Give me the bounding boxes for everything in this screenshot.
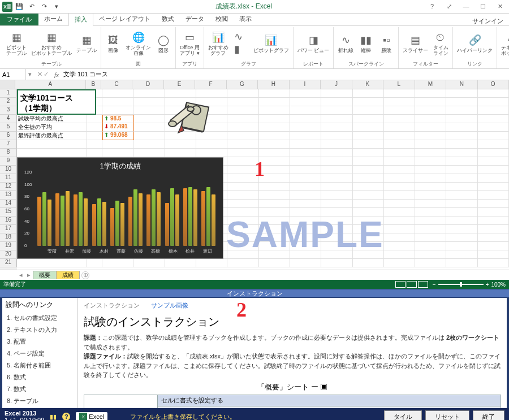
cell-O19[interactable]	[478, 242, 509, 250]
cell-K21[interactable]	[353, 259, 384, 267]
undo-icon[interactable]: ↶	[26, 1, 37, 12]
cell-G13[interactable]	[227, 191, 258, 200]
cell-B4[interactable]	[87, 115, 102, 123]
cell-O17[interactable]	[478, 225, 509, 233]
tab-挿入[interactable]: 挿入	[68, 13, 93, 26]
cell-K6[interactable]	[353, 132, 384, 140]
cell-L16[interactable]	[384, 217, 415, 225]
cell-M5[interactable]	[415, 123, 446, 132]
cell-L3[interactable]	[384, 106, 415, 115]
zoom-level[interactable]: 100%	[491, 282, 506, 288]
cell-E7[interactable]	[165, 140, 196, 149]
cell-O1[interactable]	[478, 89, 509, 98]
cell-O18[interactable]	[478, 233, 509, 242]
exit-button[interactable]: 終了	[473, 410, 504, 421]
cell-K11[interactable]	[353, 174, 384, 183]
cell-F21[interactable]	[196, 259, 227, 267]
col-header-M[interactable]: M	[415, 80, 446, 89]
row-header-10[interactable]: 10	[0, 166, 17, 174]
col-header-I[interactable]: I	[290, 80, 321, 89]
cell-I12[interactable]	[290, 183, 321, 191]
cell-H1[interactable]	[259, 89, 290, 98]
title-cell[interactable]: 文学101コース （1学期）	[17, 89, 96, 115]
cell-A5[interactable]: 全生徒の平均	[17, 123, 87, 132]
cell-M2[interactable]	[415, 98, 446, 106]
page-layout-view-icon[interactable]	[407, 281, 417, 288]
cell-L13[interactable]	[384, 191, 415, 200]
row-header-4[interactable]: 4	[0, 115, 17, 123]
cell-H6[interactable]	[259, 132, 290, 140]
cell-L17[interactable]	[384, 225, 415, 233]
zoom-out-icon[interactable]: −	[433, 282, 436, 288]
cell-F8[interactable]	[196, 149, 227, 157]
cell-A21[interactable]	[17, 259, 87, 267]
cell-O2[interactable]	[478, 98, 509, 106]
cell-N18[interactable]	[446, 233, 477, 242]
zoom-in-icon[interactable]: +	[486, 282, 489, 288]
cell-I5[interactable]	[290, 123, 321, 132]
cell-B21[interactable]	[87, 259, 102, 267]
cell-O15[interactable]	[478, 208, 509, 217]
cell-M1[interactable]	[415, 89, 446, 98]
info-icon[interactable]: ?	[62, 413, 70, 420]
tab-校閲[interactable]: 校閲	[210, 13, 234, 25]
cell-L14[interactable]	[384, 200, 415, 208]
cell-M18[interactable]	[415, 233, 446, 242]
cell-O10[interactable]	[478, 166, 509, 174]
cell-N17[interactable]	[446, 225, 477, 233]
cell-N20[interactable]	[446, 250, 477, 259]
cell-M11[interactable]	[415, 174, 446, 183]
save-icon[interactable]: 💾	[14, 1, 25, 12]
tab-データ[interactable]: データ	[180, 13, 210, 25]
cell-N14[interactable]	[446, 200, 477, 208]
cell-H4[interactable]	[259, 115, 290, 123]
cell-M12[interactable]	[415, 183, 446, 191]
close-icon[interactable]: ✕	[493, 3, 507, 10]
ribbon-powerview-button[interactable]: ◨パワー ビュー	[296, 32, 331, 55]
cell-H7[interactable]	[259, 140, 290, 149]
cell-N2[interactable]	[446, 98, 477, 106]
cell-E8[interactable]	[165, 149, 196, 157]
cell-H2[interactable]	[259, 98, 290, 106]
cell-J1[interactable]	[321, 89, 352, 98]
cell-F7[interactable]	[196, 140, 227, 149]
cell-D7[interactable]	[133, 140, 165, 149]
cell-O14[interactable]	[478, 200, 509, 208]
cell-M3[interactable]	[415, 106, 446, 115]
cell-K12[interactable]	[353, 183, 384, 191]
sheet-nav-next-icon[interactable]: ▸	[25, 271, 33, 279]
cell-I10[interactable]	[290, 166, 321, 174]
cell-L10[interactable]	[384, 166, 415, 174]
tab-表示[interactable]: 表示	[234, 13, 257, 25]
cell-L1[interactable]	[384, 89, 415, 98]
row-header-7[interactable]: 7	[0, 140, 17, 149]
zoom-slider[interactable]	[438, 284, 484, 285]
minimize-icon[interactable]: —	[459, 3, 473, 10]
ribbon-recommend-chart-button[interactable]: 📊おすすめグラフ	[206, 29, 230, 58]
cell-O9[interactable]	[478, 157, 509, 166]
cell-I11[interactable]	[290, 174, 321, 183]
cell-L5[interactable]	[384, 123, 415, 132]
cell-N13[interactable]	[446, 191, 477, 200]
cell-I1[interactable]	[290, 89, 321, 98]
cell-O6[interactable]	[478, 132, 509, 140]
cell-N8[interactable]	[446, 149, 477, 157]
cell-N16[interactable]	[446, 217, 477, 225]
cell-B8[interactable]	[87, 149, 102, 157]
cell-K9[interactable]	[353, 157, 384, 166]
cell-K5[interactable]	[353, 123, 384, 132]
col-header-D[interactable]: D	[132, 80, 163, 89]
maximize-icon[interactable]: ☐	[476, 3, 490, 10]
row-header-20[interactable]: 20	[0, 250, 17, 259]
sidebar-item[interactable]: 2. テキストの入力	[6, 324, 74, 336]
cell-M6[interactable]	[415, 132, 446, 140]
cell-J12[interactable]	[321, 183, 352, 191]
help-icon[interactable]: ?	[425, 3, 439, 10]
cell-D21[interactable]	[133, 259, 165, 267]
cell-G3[interactable]	[227, 106, 258, 115]
tab-ページ レイアウト[interactable]: ページ レイアウト	[93, 13, 156, 25]
cell-G6[interactable]	[227, 132, 258, 140]
cell-K3[interactable]	[353, 106, 384, 115]
sidebar-item[interactable]: 1. セルの書式設定	[6, 312, 74, 324]
cell-G1[interactable]	[227, 89, 258, 98]
